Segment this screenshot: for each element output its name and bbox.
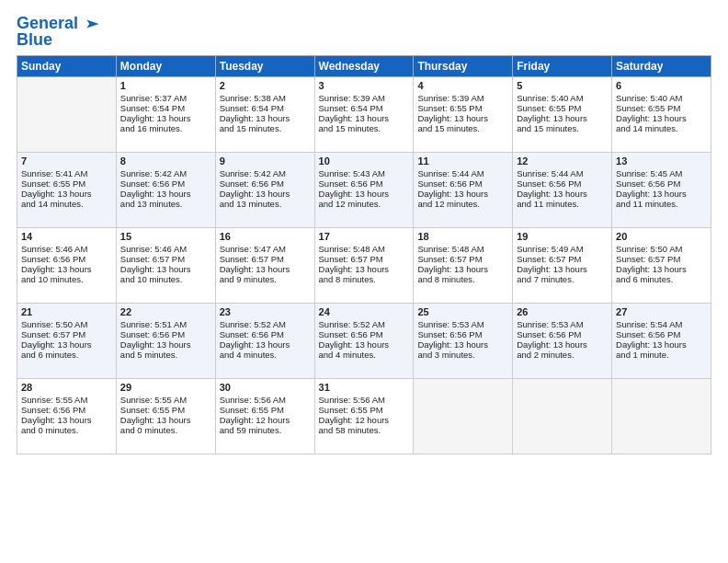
day-info-line: Daylight: 13 hours [517,189,608,199]
day-info-line: Daylight: 13 hours [517,113,608,123]
day-info-line: and 6 minutes. [21,350,112,360]
calendar-cell: 8Sunrise: 5:42 AMSunset: 6:56 PMDaylight… [116,152,215,227]
day-info-line: Sunrise: 5:50 AM [21,319,112,329]
calendar-cell: 13Sunrise: 5:45 AMSunset: 6:56 PMDayligh… [612,152,711,227]
day-info-line: Daylight: 13 hours [21,189,112,199]
day-info-line: Sunrise: 5:49 AM [517,244,608,254]
calendar-cell: 25Sunrise: 5:53 AMSunset: 6:56 PMDayligh… [414,303,513,378]
day-info-line: Sunrise: 5:44 AM [417,168,508,178]
day-number: 14 [21,231,112,242]
day-number: 7 [21,155,112,167]
day-number: 16 [220,231,311,242]
calendar-cell: 15Sunrise: 5:46 AMSunset: 6:57 PMDayligh… [116,227,215,303]
day-info-line: Sunset: 6:57 PM [21,329,112,339]
day-number: 25 [417,306,508,317]
calendar-cell: 29Sunrise: 5:55 AMSunset: 6:55 PMDayligh… [116,378,215,454]
day-info-line: and 15 minutes. [220,123,311,133]
calendar-cell [612,378,711,454]
day-info-line: Sunrise: 5:55 AM [21,395,112,405]
day-info-line: Sunrise: 5:42 AM [120,168,211,178]
day-info-line: and 4 minutes. [220,350,311,360]
day-info-line: Daylight: 13 hours [616,264,707,274]
day-number: 1 [120,80,211,91]
day-info-line: Sunrise: 5:48 AM [319,244,410,254]
day-info-line: and 1 minute. [616,350,707,360]
calendar-cell: 16Sunrise: 5:47 AMSunset: 6:57 PMDayligh… [215,227,314,303]
day-info-line: Sunset: 6:55 PM [616,103,707,113]
day-number: 8 [120,155,211,167]
day-info-line: Daylight: 12 hours [319,415,410,425]
day-info-line: Sunset: 6:55 PM [417,103,508,113]
day-number: 17 [319,231,410,242]
day-number: 13 [616,155,707,167]
calendar-cell [513,378,612,454]
day-info-line: and 2 minutes. [517,350,608,360]
day-info-line: Sunrise: 5:51 AM [120,319,211,329]
calendar-cell [414,378,513,454]
day-info-line: Sunset: 6:56 PM [21,254,112,264]
header: General Blue [17,15,711,50]
day-number: 12 [517,155,608,167]
day-info-line: Daylight: 13 hours [616,189,707,199]
day-number: 18 [417,231,508,242]
calendar-week-row: 1Sunrise: 5:37 AMSunset: 6:54 PMDaylight… [17,76,711,152]
day-info-line: Daylight: 13 hours [417,189,508,199]
day-info-line: Sunrise: 5:40 AM [517,93,608,103]
day-info-line: Sunrise: 5:47 AM [220,244,311,254]
day-info-line: Sunset: 6:56 PM [21,405,112,415]
day-number: 2 [220,80,311,91]
day-info-line: Sunrise: 5:46 AM [120,244,211,254]
calendar-week-row: 21Sunrise: 5:50 AMSunset: 6:57 PMDayligh… [17,303,711,378]
day-info-line: and 8 minutes. [319,274,410,284]
day-info-line: Sunrise: 5:39 AM [417,93,508,103]
day-info-line: and 9 minutes. [220,274,311,284]
day-info-line: and 15 minutes. [417,123,508,133]
day-info-line: Daylight: 13 hours [220,339,311,350]
day-info-line: and 59 minutes. [220,425,311,435]
day-info-line: Daylight: 13 hours [517,339,608,350]
day-info-line: Sunrise: 5:55 AM [120,395,211,405]
day-number: 27 [616,306,707,317]
day-info-line: and 0 minutes. [120,425,211,435]
day-info-line: Daylight: 13 hours [120,264,211,274]
calendar-cell: 17Sunrise: 5:48 AMSunset: 6:57 PMDayligh… [314,227,414,303]
calendar-dow-thursday: Thursday [414,55,513,76]
calendar-cell: 5Sunrise: 5:40 AMSunset: 6:55 PMDaylight… [513,76,612,152]
day-info-line: Sunrise: 5:52 AM [220,319,311,329]
calendar-cell: 9Sunrise: 5:42 AMSunset: 6:56 PMDaylight… [215,152,314,227]
day-info-line: Sunrise: 5:45 AM [616,168,707,178]
day-info-line: Sunset: 6:56 PM [319,178,410,189]
day-info-line: Daylight: 13 hours [21,339,112,350]
day-number: 6 [616,80,707,91]
day-number: 29 [120,382,211,393]
day-info-line: Daylight: 13 hours [120,415,211,425]
day-info-line: Daylight: 13 hours [21,415,112,425]
calendar-week-row: 28Sunrise: 5:55 AMSunset: 6:56 PMDayligh… [17,378,711,454]
day-info-line: and 11 minutes. [517,199,608,209]
day-info-line: and 8 minutes. [417,274,508,284]
day-info-line: and 13 minutes. [120,199,211,209]
day-number: 30 [220,382,311,393]
page: General Blue SundayMondayTuesdayWednesda… [0,0,728,563]
day-info-line: and 58 minutes. [319,425,410,435]
calendar-cell: 11Sunrise: 5:44 AMSunset: 6:56 PMDayligh… [414,152,513,227]
day-info-line: Sunrise: 5:37 AM [120,93,211,103]
day-info-line: and 13 minutes. [220,199,311,209]
calendar-cell: 22Sunrise: 5:51 AMSunset: 6:56 PMDayligh… [116,303,215,378]
calendar-week-row: 7Sunrise: 5:41 AMSunset: 6:55 PMDaylight… [17,152,711,227]
day-info-line: and 14 minutes. [616,123,707,133]
day-info-line: Sunset: 6:56 PM [517,329,608,339]
calendar-cell: 24Sunrise: 5:52 AMSunset: 6:56 PMDayligh… [314,303,414,378]
day-info-line: Sunset: 6:56 PM [616,329,707,339]
day-info-line: Sunrise: 5:56 AM [220,395,311,405]
calendar-cell: 19Sunrise: 5:49 AMSunset: 6:57 PMDayligh… [513,227,612,303]
calendar-table: SundayMondayTuesdayWednesdayThursdayFrid… [17,55,711,454]
calendar-cell: 30Sunrise: 5:56 AMSunset: 6:55 PMDayligh… [215,378,314,454]
calendar-cell: 26Sunrise: 5:53 AMSunset: 6:56 PMDayligh… [513,303,612,378]
day-info-line: Sunrise: 5:53 AM [417,319,508,329]
day-info-line: and 16 minutes. [120,123,211,133]
logo-icon [80,18,100,29]
day-info-line: Sunset: 6:56 PM [220,329,311,339]
day-info-line: Sunset: 6:56 PM [417,178,508,189]
day-info-line: Sunset: 6:56 PM [120,329,211,339]
